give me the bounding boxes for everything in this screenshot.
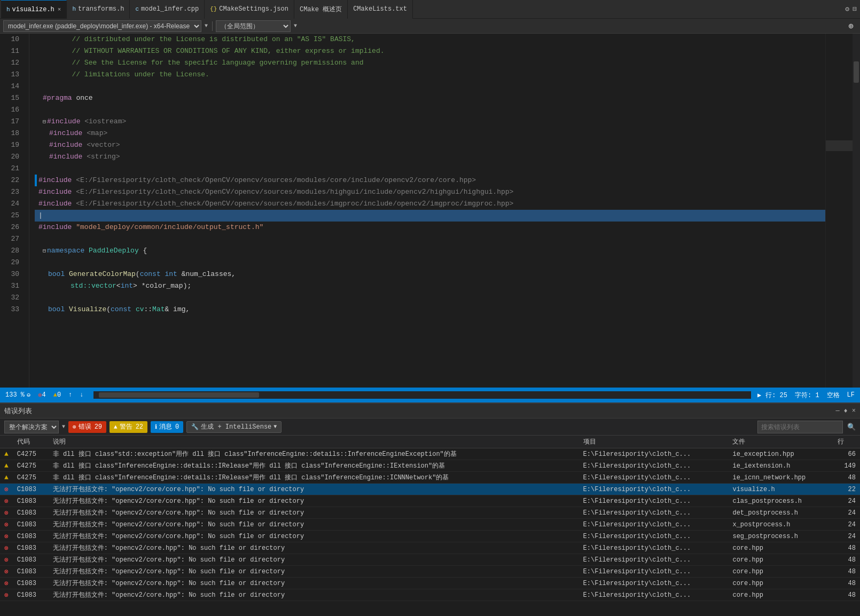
tab-visualize-h[interactable]: h visualize.h × [1,0,67,19]
status-errors[interactable]: ⊗ 4 [38,391,45,399]
fold-icon-17[interactable]: ⊟ [43,119,46,125]
dock-panel-icon[interactable]: ♦ [844,407,848,415]
chevron-down-icon-project[interactable]: ▼ [205,23,208,29]
split-editor-icon[interactable]: ⊕ [845,21,857,31]
status-encoding: LF [847,391,855,399]
error-row-file: det_postprocess.h [728,507,833,519]
error-row-icon: ⊗ [0,589,13,601]
col-project[interactable]: 项目 [579,436,729,448]
error-row-message: 无法打开包括文件: "opencv2/core/core.hpp": No su… [49,495,579,507]
tab-label-cmake-overview: CMake 概述页 [300,5,342,14]
table-row[interactable]: ▲C4275非 dll 接口 class"std::exception"用作 d… [0,448,860,460]
error-row-file: core.hpp [728,566,833,578]
table-row[interactable]: ⊗C1083无法打开包括文件: "opencv2/core.hpp": No s… [0,554,860,566]
close-panel-icon[interactable]: × [852,407,856,415]
zoom-control[interactable]: ⊖ [27,391,30,399]
status-right: 行: 25 字符: 1 空格 LF [765,391,855,400]
error-row-file: x_postprocess.h [728,519,833,531]
ln-11: 11 [0,45,25,57]
tab-transforms-h[interactable]: h transforms.h [67,0,130,19]
error-count-badge[interactable]: ⊗ 错误 29 [68,421,106,433]
tab-model-infer-cpp[interactable]: c model_infer.cpp [130,0,205,19]
error-search-input[interactable] [757,421,843,433]
table-row[interactable]: ⊗C1083无法打开包括文件: "opencv2/core.hpp": No s… [0,542,860,554]
col-file[interactable]: 文件 [728,436,833,448]
scrollbar-thumb-v[interactable] [854,61,859,83]
error-row-line: 24 [833,507,860,519]
ln-33: 33 [0,304,25,315]
table-row[interactable]: ⊗C1083无法打开包括文件: "opencv2/core/core.hpp":… [0,507,860,519]
pin-icon[interactable]: ⊟ [853,5,857,13]
table-row[interactable]: ⊗C1083无法打开包括文件: "opencv2/core/core.hpp":… [0,495,860,507]
error-table-wrap[interactable]: 代码 说明 项目 文件 行 ▲C4275非 dll 接口 class"std::… [0,436,860,616]
warning-count-badge[interactable]: ▲ 警告 22 [110,421,147,433]
code-line-12: // See the License for the specific lang… [35,57,825,69]
settings-icon[interactable]: ⚙ [845,5,849,13]
error-row-code: C4275 [13,448,49,460]
tab-label-visualize-h: visualize.h [12,6,54,13]
status-nav-down[interactable]: ↓ [80,391,83,399]
search-icon[interactable]: 🔍 [847,423,856,431]
ln-19: 19 [0,139,25,151]
warning-icon-status: ▲ [53,391,57,399]
code-line-33: bool Visualize(const cv::Mat& img, [35,304,825,315]
error-row-code: C1083 [13,484,49,495]
fold-icon-28[interactable]: ⊟ [43,248,46,254]
col-code[interactable]: 代码 [13,436,49,448]
ln-29: 29 [0,257,25,268]
table-row[interactable]: ⊗C1083无法打开包括文件: "opencv2/core/core.hpp":… [0,484,860,495]
error-row-file: clas_postprocess.h [728,495,833,507]
vertical-scrollbar[interactable] [853,34,860,388]
table-row[interactable]: ⊗C1083无法打开包括文件: "opencv2/core/core.hpp":… [0,531,860,542]
build-dropdown-arrow[interactable]: ▼ [273,424,277,430]
status-zoom[interactable]: 133 % ⊖ [5,391,30,399]
table-row[interactable]: ⊗C1083无法打开包括文件: "opencv2/core.hpp": No s… [0,578,860,589]
tab-cmake-settings[interactable]: {} CMakeSettings.json [205,0,294,19]
scope-select[interactable]: （全局范围） [216,20,291,32]
warning-badge-count: 22 [136,423,143,431]
error-row-line: 22 [833,484,860,495]
tab-toolbar-icons: ⚙ ⊟ [839,5,860,13]
error-row-icon: ▲ [0,460,13,472]
code-content[interactable]: // distributed under the License is dist… [29,34,825,388]
error-row-message: 无法打开包括文件: "opencv2/core.hpp": No such fi… [49,578,579,589]
error-row-icon: ▲ [0,448,13,460]
chevron-down-icon-scope[interactable]: ▼ [294,23,297,29]
close-tab-visualize-h[interactable]: × [58,6,61,13]
scope-dropdown-arrow[interactable]: ▼ [62,424,65,430]
error-panel: 错误列表 — ♦ × 整个解决方案 ▼ ⊗ 错误 29 ▲ 警告 22 ℹ 消息… [0,402,860,616]
col-description[interactable]: 说明 [49,436,579,448]
col-line[interactable]: 行 [833,436,860,448]
pin-panel-icon[interactable]: — [835,407,839,415]
table-row[interactable]: ⊗C1083无法打开包括文件: "opencv2/core.hpp": No s… [0,566,860,578]
ln-27: 27 [0,233,25,245]
table-row[interactable]: ▲C4275非 dll 接口 class"InferenceEngine::de… [0,460,860,472]
play-icon[interactable]: ▶ [757,391,761,399]
error-row-code: C4275 [13,460,49,472]
error-row-code: C1083 [13,495,49,507]
error-row-line: 149 [833,460,860,472]
code-line-25[interactable]: | [35,210,825,222]
info-count-badge[interactable]: ℹ 消息 0 [151,421,183,433]
scope-dropdown[interactable]: 整个解决方案 [4,421,59,433]
table-row[interactable]: ⊗C1083无法打开包括文件: "opencv2/core/core.hpp":… [0,519,860,531]
error-row-project: E:\Fileresipority\cloth_c... [579,589,729,601]
status-nav-up[interactable]: ↑ [68,391,72,399]
table-row[interactable]: ⊗C1083无法打开包括文件: "opencv2/core.hpp": No s… [0,589,860,601]
ln-16: 16 [0,104,25,116]
error-row-icon: ▲ [0,472,13,484]
ln-31: 31 [0,280,25,292]
tab-cmake-overview[interactable]: CMake 概述页 [294,0,348,19]
build-badge[interactable]: 🔧 生成 + IntelliSense ▼ [186,421,282,433]
tab-cmake-lists[interactable]: CMakeLists.txt [348,0,413,19]
error-table-header-row: 代码 说明 项目 文件 行 [0,436,860,448]
code-line-29 [35,257,825,268]
code-line-13: // limitations under the License. [35,69,825,81]
project-select[interactable]: model_infer.exe (paddle_deploy\model_inf… [3,20,201,32]
error-row-code: C1083 [13,507,49,519]
scrollbar-thumb-h[interactable] [99,392,259,398]
code-line-15: #pragma once [35,92,825,104]
error-row-message: 非 dll 接口 class"std::exception"用作 dll 接口 … [49,448,579,460]
table-row[interactable]: ▲C4275非 dll 接口 class"InferenceEngine::de… [0,472,860,484]
warning-badge-icon: ▲ [114,424,118,430]
